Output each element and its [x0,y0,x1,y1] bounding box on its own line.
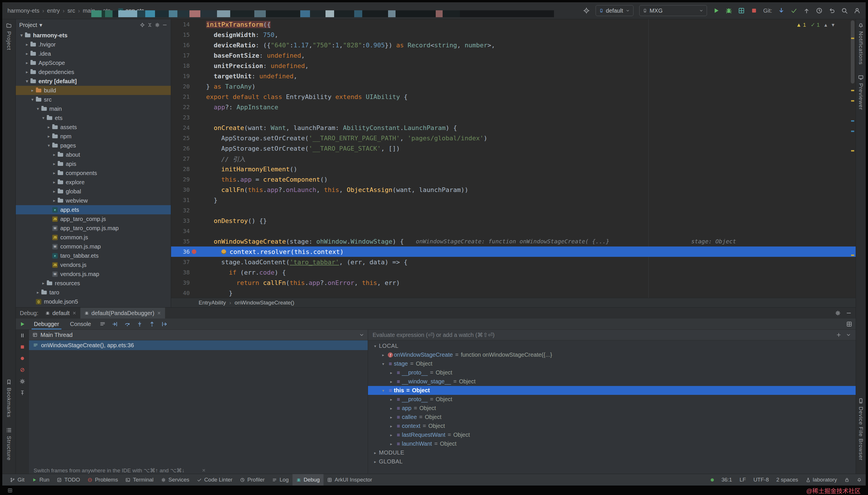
tree-chevron[interactable]: ▾ [29,97,36,102]
status-item-git[interactable]: Git [6,474,28,485]
tree-chevron[interactable]: ▾ [371,344,379,348]
tree-item-src[interactable]: ▾src [16,95,171,104]
status-value[interactable]: 2 spaces [776,477,798,483]
variable-row--proto-[interactable]: ▸≡__proto__=Object [368,395,856,404]
step-into-icon[interactable] [137,321,143,327]
close-icon[interactable] [72,311,76,315]
tree-chevron[interactable]: ▸ [371,450,379,455]
tree-item-appscope[interactable]: ▸AppScope [16,58,171,67]
thread-selector[interactable]: Main Thread [29,330,368,340]
gutter-line-38[interactable]: 38 [171,269,198,276]
tool-button-structure[interactable]: Structure [6,427,12,461]
inspection-widget[interactable]: ▲ 1 ✓ 1 ▴ ▾ [796,21,834,28]
breadcrumb-item[interactable]: entry [47,7,60,14]
tree-chevron[interactable]: ▸ [388,397,395,402]
tree-item-taro[interactable]: ▸taro [16,288,171,297]
tree-chevron[interactable]: ▸ [379,353,387,357]
tree-chevron[interactable]: ▸ [388,406,395,411]
prev-problem-icon[interactable]: ▴ [824,21,827,28]
settings-sync-icon[interactable] [583,7,590,14]
tree-item-harmony-ets[interactable]: ▾harmony-ets [16,31,171,40]
code-line-37[interactable]: 37stage.loadContent('taro_tabbar', (err,… [171,257,856,267]
code-line-29[interactable]: 29this.app = createComponent() [171,174,856,185]
gutter-line-32[interactable]: 32 [171,207,198,214]
editor[interactable]: ▲ 1 ✓ 1 ▴ ▾ 14initPxTransform({15designW… [171,19,856,307]
status-item-terminal[interactable]: Terminal [122,474,157,485]
code-line-20[interactable]: 20} as TaroAny) [171,81,856,91]
code-line-32[interactable]: 32 [171,205,856,216]
code-line-22[interactable]: 22app?: AppInstance [171,102,856,112]
locate-file-icon[interactable] [140,22,145,28]
gutter-line-21[interactable]: 21 [171,93,198,100]
tree-chevron[interactable]: ▸ [23,42,30,47]
tree-chevron[interactable]: ▾ [23,79,30,84]
tab-console[interactable]: Console [68,319,93,329]
gutter-line-26[interactable]: 26 [171,145,198,152]
avatar[interactable] [854,7,861,14]
stop-button[interactable] [751,7,758,14]
layout-icon[interactable] [100,321,106,327]
tree-item-assets[interactable]: ▸assets [16,122,171,132]
tree-chevron[interactable]: ▾ [34,106,41,111]
code-line-34[interactable]: 34 [171,226,856,236]
git-push-icon[interactable] [803,7,810,14]
tree-item-app-taro-comp-js-map[interactable]: Mapp_taro_comp.js.map [16,224,171,233]
gutter-line-22[interactable]: 22 [171,104,198,110]
variable-row-launchWant[interactable]: ▸≡launchWant=Object [368,439,856,448]
tree-chevron[interactable]: ▸ [388,424,395,428]
tree-item-explore[interactable]: ▸explore [16,177,171,187]
stripe-toggle-icon[interactable] [7,488,13,493]
gutter-line-40[interactable]: 40 [171,290,198,296]
scope-row-global[interactable]: ▸GLOBAL [368,457,856,466]
close-icon[interactable] [202,468,206,472]
hide-panel-icon[interactable] [162,22,167,28]
gutter-line-15[interactable]: 15 [171,31,198,38]
add-watch-icon[interactable] [836,332,841,338]
code-line-15[interactable]: 15designWidth: 750, [171,30,856,40]
status-item-log[interactable]: Log [268,474,292,485]
device-select[interactable]: MXG [639,5,707,16]
git-commit-icon[interactable] [790,7,797,14]
tree-chevron[interactable]: ▸ [51,152,58,157]
tree-chevron[interactable]: ▸ [23,51,30,56]
tab-debugger[interactable]: Debugger [32,319,62,329]
pin-icon[interactable] [19,390,25,396]
tree-chevron[interactable]: ▸ [388,433,395,437]
gear-icon[interactable] [835,310,841,316]
gear-icon[interactable] [155,22,160,28]
gutter-line-19[interactable]: 19 [171,73,198,80]
step-over-icon[interactable] [124,321,130,327]
code-line-26[interactable]: 26AppStorage.setOrCreate('__TARO_PAGE_ST… [171,143,856,154]
variable-row-app[interactable]: ▸≡app=Object [368,404,856,413]
tree-chevron[interactable]: ▸ [51,161,58,167]
status-item-todo[interactable]: TODO [53,474,84,485]
gutter-line-20[interactable]: 20 [171,83,198,90]
code-line-25[interactable]: 25AppStorage.setOrCreate('__TARO_ENTRY_P… [171,133,856,143]
status-item-services[interactable]: Services [157,474,193,485]
status-item-profiler[interactable]: Profiler [236,474,268,485]
layout-settings-icon[interactable] [846,321,852,327]
gutter-line-28[interactable]: 28 [171,166,198,172]
status-value[interactable]: LF [739,477,746,483]
scope-row-local[interactable]: ▾LOCAL [368,341,856,351]
variable-row--proto-[interactable]: ▸≡__proto__=Object [368,368,856,377]
editor-breadcrumb-item[interactable]: onWindowStageCreate() [235,300,294,306]
tool-button-device-file-browser[interactable]: Device File Browser [858,398,864,461]
collapse-all-icon[interactable] [147,22,152,28]
tree-item-apis[interactable]: ▸apis [16,159,171,168]
tree-chevron[interactable]: ▸ [23,60,30,65]
gutter-line-18[interactable]: 18 [171,62,198,69]
gutter-line-35[interactable]: 35 [171,238,198,245]
tree-chevron[interactable]: ▾ [379,362,387,366]
tree-item-vendors-js[interactable]: JSvendors.js [16,260,171,270]
gutter-line-30[interactable]: 30 [171,186,198,193]
status-item-problems[interactable]: Problems [84,474,122,485]
tool-button-bookmarks[interactable]: Bookmarks [6,379,12,417]
tree-item-dependencies[interactable]: ▸dependencies [16,67,171,76]
variable-row-callee[interactable]: ▸≡callee=Object [368,413,856,422]
step-out-icon[interactable] [149,321,155,327]
debug-button[interactable] [725,7,732,14]
variable-row-lastRequestWant[interactable]: ▸≡lastRequestWant=Object [368,430,856,439]
tree-chevron[interactable]: ▸ [29,88,36,93]
tree-item--idea[interactable]: ▸.idea [16,49,171,58]
